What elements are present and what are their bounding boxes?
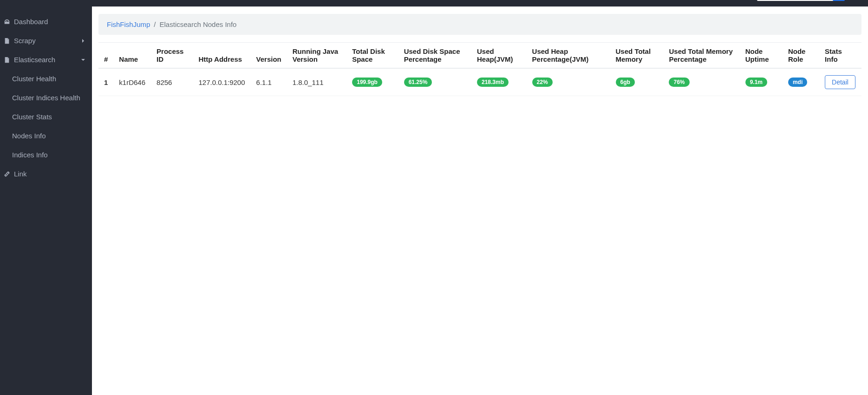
detail-button[interactable]: Detail [825, 75, 855, 89]
main-content: FishFishJump / Elasticsearch Nodes Info … [92, 6, 868, 395]
sidebar-item-label: Dashboard [14, 18, 48, 26]
cell-node-uptime: 9.1m [740, 68, 783, 96]
breadcrumb-separator: / [154, 20, 156, 28]
sidebar-item-elasticsearch[interactable]: Elasticsearch [0, 50, 92, 69]
sidebar-item-scrapy[interactable]: Scrapy [0, 31, 92, 50]
used-heap-badge: 218.3mb [477, 78, 509, 87]
col-version: Version [251, 43, 287, 69]
node-role-badge: mdi [788, 78, 807, 87]
sidebar-sub-label: Indices Info [12, 151, 48, 159]
sidebar-item-label: Elasticsearch [14, 56, 55, 64]
sidebar-sub-label: Cluster Stats [12, 113, 52, 121]
col-used-heap: Used Heap(JVM) [471, 43, 527, 69]
total-disk-badge: 199.9gb [352, 78, 382, 87]
breadcrumb-current: Elasticsearch Nodes Info [160, 20, 237, 28]
sidebar-sub-label: Nodes Info [12, 132, 46, 140]
table-row: 1 k1rD646 8256 127.0.0.1:9200 6.1.1 1.8.… [98, 68, 861, 96]
cell-name: k1rD646 [113, 68, 151, 96]
col-node-uptime: Node Uptime [740, 43, 783, 69]
sidebar: Dashboard Scrapy Elasticsearch [0, 6, 92, 395]
col-used-heap-pct: Used Heap Percentage(JVM) [527, 43, 610, 69]
col-http-address: Http Address [193, 43, 250, 69]
chevron-down-icon [80, 57, 86, 63]
cell-used-disk-pct: 61.25% [398, 68, 471, 96]
nodes-table: # Name Process ID Http Address Version R… [98, 42, 861, 96]
used-heap-pct-badge: 22% [532, 78, 553, 87]
sidebar-sub-cluster-health[interactable]: Cluster Health [0, 69, 92, 88]
breadcrumb-root-link[interactable]: FishFishJump [107, 20, 150, 28]
dashboard-icon [4, 19, 10, 25]
cell-http-address: 127.0.0.1:9200 [193, 68, 250, 96]
cell-idx: 1 [98, 68, 113, 96]
col-node-role: Node Role [783, 43, 819, 69]
sidebar-sub-label: Cluster Health [12, 75, 56, 83]
sidebar-item-dashboard[interactable]: Dashboard [0, 12, 92, 31]
file-icon [4, 38, 10, 44]
sidebar-sub-label: Cluster Indices Health [12, 94, 80, 102]
cell-node-role: mdi [783, 68, 819, 96]
used-total-mem-pct-badge: 76% [669, 78, 689, 87]
file-icon [4, 57, 10, 63]
link-icon [4, 171, 10, 177]
cell-used-total-mem: 6gb [610, 68, 664, 96]
cell-stats-info: Detail [819, 68, 861, 96]
col-total-disk: Total Disk Space [346, 43, 398, 69]
cell-used-heap-pct: 22% [527, 68, 610, 96]
cell-version: 6.1.1 [251, 68, 287, 96]
used-disk-pct-badge: 61.25% [404, 78, 432, 87]
cell-total-disk: 199.9gb [346, 68, 398, 96]
cell-process-id: 8256 [151, 68, 193, 96]
node-uptime-badge: 9.1m [745, 78, 767, 87]
used-total-mem-badge: 6gb [616, 78, 635, 87]
sidebar-sub-cluster-indices-health[interactable]: Cluster Indices Health [0, 88, 92, 107]
breadcrumb: FishFishJump / Elasticsearch Nodes Info [98, 14, 861, 35]
chevron-right-icon [80, 38, 86, 44]
sidebar-sub-nodes-info[interactable]: Nodes Info [0, 126, 92, 145]
table-header-row: # Name Process ID Http Address Version R… [98, 43, 861, 69]
topbar [0, 0, 868, 6]
cell-used-heap: 218.3mb [471, 68, 527, 96]
sidebar-item-link[interactable]: Link [0, 164, 92, 183]
cell-used-total-mem-pct: 76% [663, 68, 739, 96]
col-idx: # [98, 43, 113, 69]
sidebar-item-label: Scrapy [14, 37, 36, 45]
sidebar-sub-indices-info[interactable]: Indices Info [0, 145, 92, 164]
sidebar-sub-cluster-stats[interactable]: Cluster Stats [0, 107, 92, 126]
col-used-total-mem: Used Total Memory [610, 43, 664, 69]
sidebar-item-label: Link [14, 170, 27, 178]
col-used-total-mem-pct: Used Total Memory Percentage [663, 43, 739, 69]
search-button-stub[interactable] [833, 0, 845, 1]
col-name: Name [113, 43, 151, 69]
col-java-version: Running Java Version [287, 43, 346, 69]
cell-java-version: 1.8.0_111 [287, 68, 346, 96]
col-used-disk-pct: Used Disk Space Percentage [398, 43, 471, 69]
col-process-id: Process ID [151, 43, 193, 69]
search-input-stub[interactable] [757, 0, 838, 1]
col-stats-info: Stats Info [819, 43, 861, 69]
